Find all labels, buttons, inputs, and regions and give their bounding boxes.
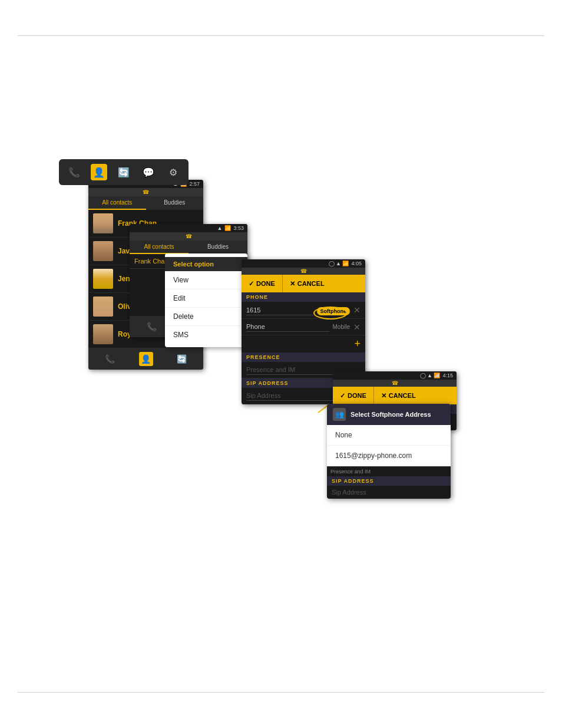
screen4-cancel-x-icon: ✕	[381, 392, 386, 400]
screen4-time: 4:15	[442, 373, 453, 378]
done-check-icon: ✓	[249, 280, 254, 288]
presence-section-header: PRESENCE	[242, 353, 365, 362]
screen3-time: 4:05	[351, 261, 362, 266]
delete-phone-2-icon[interactable]: ✕	[353, 322, 361, 332]
screen1-app-icon: ☎	[143, 189, 149, 195]
avatar-jennifer	[93, 269, 113, 289]
screen4-sip-field[interactable]: Sip Address	[332, 489, 366, 496]
phone-tag-mobile[interactable]: Mobile	[333, 324, 350, 330]
bottom-contacts-icon[interactable]: 👤	[139, 352, 153, 366]
screen1-bottom-nav: 📞 👤 🔄	[88, 348, 203, 370]
nav-bar: 📞 👤 🔄 💬 ⚙	[59, 159, 189, 185]
softphone-dialog: 👥 Select Softphone Address None 1615@zip…	[327, 404, 451, 499]
phone-value-2[interactable]: Phone	[246, 322, 329, 332]
softphone-dialog-title: Select Softphone Address	[351, 411, 431, 418]
screen2-signal-icon: 📶	[224, 225, 231, 231]
delete-phone-1-icon[interactable]: ✕	[353, 305, 361, 315]
screen4-done-check-icon: ✓	[340, 392, 345, 400]
dialog-item-none[interactable]: None	[327, 425, 451, 446]
screen4-action-bar: ✓ DONE ✕ CANCEL	[333, 387, 457, 404]
context-menu-view[interactable]: View	[165, 271, 247, 289]
nav-contacts-icon[interactable]: 👤	[91, 164, 107, 180]
screen2-app-icon: ☎	[186, 233, 192, 239]
screen4-status-bar: ◯ ▲ 📶 4:15	[333, 371, 457, 380]
screen2-bottom-phone[interactable]: 📞	[144, 319, 158, 334]
screen3-app-icon: ☎	[300, 268, 307, 274]
screen3-cancel-btn[interactable]: ✕ CANCEL	[283, 275, 332, 292]
screen2-tab-buddies[interactable]: Buddies	[189, 241, 247, 254]
context-menu-sms[interactable]: SMS	[165, 326, 247, 344]
screen4-cancel-btn[interactable]: ✕ CANCEL	[374, 387, 423, 404]
nav-history-icon[interactable]: 🔄	[115, 164, 132, 180]
screen4-softphone: ◯ ▲ 📶 4:15 ☎ ✓ DONE ✕ CANCEL PHONE 1615 …	[333, 371, 457, 430]
screen4-app-icon: ☎	[392, 380, 398, 386]
screen2-context: ▲ 📶 3:53 ☎ All contacts Buddies Frank Ch…	[130, 224, 247, 337]
screen1-tab-all-contacts[interactable]: All contacts	[88, 196, 146, 210]
context-menu: Select option View Edit Delete SMS	[165, 253, 247, 347]
phone-field-2: Phone Mobile ✕	[242, 319, 365, 335]
screen3-status-bar: ◯ ▲ 📶 4:05	[242, 259, 365, 268]
nav-chat-icon[interactable]: 💬	[140, 164, 157, 180]
cancel-label: CANCEL	[297, 280, 325, 287]
avatar-javier	[93, 241, 113, 261]
phone-tag-softphone[interactable]: Softphone	[317, 307, 351, 315]
screen3-action-bar: ✓ DONE ✕ CANCEL	[242, 275, 365, 292]
screen4-done-label: DONE	[348, 392, 366, 399]
screen4-icons: ◯ ▲ 📶	[420, 373, 441, 378]
screen1-tabs: All contacts Buddies	[88, 196, 203, 210]
screen2-tab-all[interactable]: All contacts	[130, 241, 189, 254]
bottom-divider	[18, 692, 544, 693]
screen4-presence-label: Presence and IM	[330, 469, 371, 475]
screen2-contact-header: Frank Chan	[134, 258, 168, 265]
cancel-x-icon: ✕	[290, 280, 295, 288]
context-menu-edit[interactable]: Edit	[165, 289, 247, 308]
context-menu-delete[interactable]: Delete	[165, 308, 247, 326]
avatar-roy	[93, 324, 113, 344]
screen4-sip-header: SIP ADDRESS	[332, 478, 374, 484]
softphone-people-icon: 👥	[335, 410, 344, 419]
context-menu-title: Select option	[165, 257, 247, 271]
bottom-phone-icon[interactable]: 📞	[103, 352, 117, 366]
done-label: DONE	[256, 280, 275, 287]
screen2-wifi-icon: ▲	[217, 225, 223, 231]
top-divider	[18, 35, 544, 36]
screen3-done-btn[interactable]: ✓ DONE	[242, 275, 282, 292]
screen2-tabs: All contacts Buddies	[130, 241, 247, 254]
nav-settings-icon[interactable]: ⚙	[165, 164, 181, 180]
phone-section-header: PHONE	[242, 292, 365, 302]
screen2-time: 3:53	[233, 225, 244, 231]
screen1-tab-buddies[interactable]: Buddies	[146, 196, 204, 210]
nav-phone-icon[interactable]: 📞	[66, 164, 82, 180]
softphone-dialog-header: 👥 Select Softphone Address	[327, 404, 451, 425]
screen3-icons: ◯ ▲ 📶	[329, 261, 349, 266]
avatar-frank	[93, 213, 113, 233]
bottom-history-icon[interactable]: 🔄	[175, 352, 189, 366]
screen4-cancel-label: CANCEL	[389, 392, 416, 399]
softphone-dialog-icon: 👥	[333, 408, 346, 421]
add-phone-btn[interactable]: +	[242, 335, 365, 353]
screen1-time: 2:57	[189, 181, 200, 187]
phone-value-1[interactable]: 1615	[246, 305, 313, 315]
avatar-olivia	[93, 297, 113, 317]
phone-field-1: 1615 Softphone ✕	[242, 302, 365, 319]
dialog-item-sip-address[interactable]: 1615@zippy-phone.com	[327, 446, 451, 466]
screen4-done-btn[interactable]: ✓ DONE	[333, 387, 373, 404]
screen2-status-bar: ▲ 📶 3:53	[130, 224, 247, 232]
